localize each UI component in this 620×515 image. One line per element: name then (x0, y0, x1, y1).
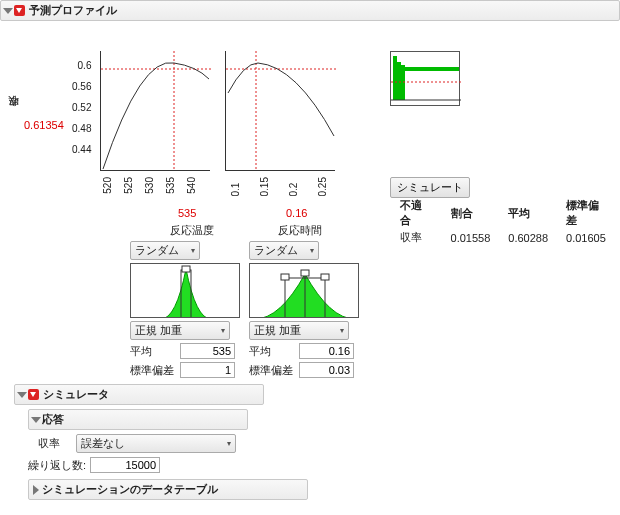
profile-plot-time[interactable] (225, 51, 335, 171)
x-tick: 530 (144, 177, 155, 194)
prediction-profiler-header[interactable]: 予測プロファイル (0, 0, 620, 21)
svg-rect-5 (397, 62, 401, 100)
svg-rect-11 (182, 266, 190, 272)
simulation-histogram-thumbnail[interactable] (390, 51, 460, 106)
y-tick: 0.52 (72, 97, 91, 118)
svg-rect-16 (321, 274, 329, 280)
random-dropdown-time[interactable]: ランダム▾ (249, 241, 319, 260)
sd-label: 標準偏差 (249, 363, 299, 378)
sd-input-time[interactable] (299, 362, 354, 378)
x-tick: 520 (102, 177, 113, 194)
chevron-down-icon: ▾ (191, 246, 195, 255)
mean-label: 平均 (249, 344, 299, 359)
y-tick: 0.48 (72, 118, 91, 139)
distribution-select-temperature[interactable]: 正規 加重▾ (130, 321, 230, 340)
dropdown-label: ランダム (254, 243, 298, 258)
distribution-select-time[interactable]: 正規 加重▾ (249, 321, 349, 340)
x-tick: 0.1 (230, 177, 241, 196)
stats-row-label: 収率 (392, 230, 441, 245)
y-tick: 0.56 (72, 76, 91, 97)
y-current-value: 0.61354 (24, 119, 64, 131)
svg-rect-7 (405, 67, 459, 71)
chevron-down-icon: ▾ (310, 246, 314, 255)
responses-title: 応答 (42, 412, 64, 427)
simulate-button[interactable]: シミュレート (390, 177, 470, 198)
chevron-down-icon: ▾ (221, 326, 225, 335)
x-tick: 0.2 (288, 177, 299, 196)
x-tick: 540 (186, 177, 197, 194)
reps-label: 繰り返し数: (28, 458, 86, 473)
stats-col-rate: 割合 (443, 198, 499, 228)
mean-input-temperature[interactable] (180, 343, 235, 359)
stats-col-mean: 平均 (500, 198, 556, 228)
sd-input-temperature[interactable] (180, 362, 235, 378)
red-triangle-menu[interactable] (28, 389, 39, 400)
svg-rect-14 (301, 270, 309, 276)
x-label-time: 反応時間 (278, 223, 322, 238)
simulator-header[interactable]: シミュレータ (14, 384, 264, 405)
red-triangle-menu[interactable] (14, 5, 25, 16)
dropdown-label: 正規 加重 (135, 323, 182, 338)
chevron-down-icon: ▾ (227, 439, 231, 448)
stats-cell: 0.01558 (443, 230, 499, 245)
mean-input-time[interactable] (299, 343, 354, 359)
stats-col-sd: 標準偏差 (558, 198, 618, 228)
x-tick: 0.25 (317, 177, 328, 196)
factor-settings-temperature: ランダム▾ 正規 加重▾ 平均 標準偏差 (130, 241, 240, 378)
y-tick: 0.6 (72, 55, 91, 76)
x-ticks-time: 0.1 0.15 0.2 0.25 (230, 177, 328, 196)
simulator-title: シミュレータ (43, 387, 109, 402)
response-row-label: 収率 (38, 436, 72, 451)
sd-label: 標準偏差 (130, 363, 180, 378)
stats-cell: 0.01605 (558, 230, 618, 245)
x-current-temperature: 535 (178, 207, 196, 219)
x-ticks-temperature: 520 525 530 535 540 (102, 177, 197, 194)
stats-cell: 0.60288 (500, 230, 556, 245)
distribution-preview-temperature[interactable] (130, 263, 240, 318)
disclosure-icon[interactable] (3, 8, 13, 14)
responses-header[interactable]: 応答 (28, 409, 248, 430)
x-tick: 535 (165, 177, 176, 194)
sim-data-table-title: シミュレーションのデータテーブル (42, 482, 218, 497)
dropdown-label: ランダム (135, 243, 179, 258)
profiler-area: 収率 0.61354 0.6 0.56 0.52 0.48 0.44 (0, 21, 620, 241)
x-tick: 0.15 (259, 177, 270, 196)
y-ticks: 0.6 0.56 0.52 0.48 0.44 (72, 55, 91, 160)
disclosure-icon[interactable] (17, 392, 27, 398)
svg-rect-15 (281, 274, 289, 280)
factor-settings-time: ランダム▾ 正規 加重▾ 平均 標準偏差 (249, 241, 359, 378)
stats-col-defect: 不適合 (392, 198, 441, 228)
defect-stats-table: 不適合 割合 平均 標準偏差 収率 0.01558 0.60288 0.0160… (390, 196, 620, 247)
x-current-time: 0.16 (286, 207, 307, 219)
sim-data-table-header[interactable]: シミュレーションのデータテーブル (28, 479, 308, 500)
dropdown-label: 誤差なし (81, 436, 125, 451)
disclosure-icon[interactable] (31, 417, 41, 423)
reps-input[interactable] (90, 457, 160, 473)
random-dropdown-temperature[interactable]: ランダム▾ (130, 241, 200, 260)
x-tick: 525 (123, 177, 134, 194)
chevron-down-icon: ▾ (340, 326, 344, 335)
dropdown-label: 正規 加重 (254, 323, 301, 338)
disclosure-icon[interactable] (33, 485, 39, 495)
mean-label: 平均 (130, 344, 180, 359)
y-tick: 0.44 (72, 139, 91, 160)
distribution-preview-time[interactable] (249, 263, 359, 318)
response-noise-select[interactable]: 誤差なし▾ (76, 434, 236, 453)
profile-plot-temperature[interactable] (100, 51, 210, 171)
x-label-temperature: 反応温度 (170, 223, 214, 238)
header-title: 予測プロファイル (29, 3, 117, 18)
svg-rect-4 (393, 56, 397, 100)
